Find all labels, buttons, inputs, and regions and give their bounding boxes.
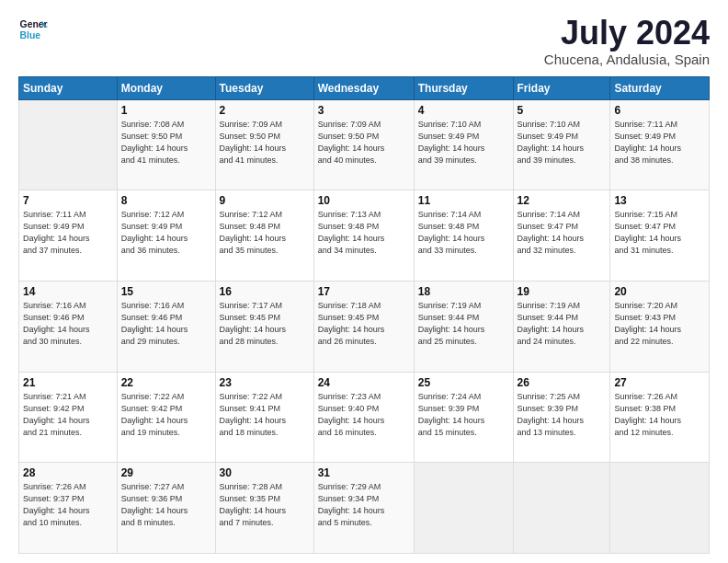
calendar-cell: 2Sunrise: 7:09 AM Sunset: 9:50 PM Daylig… [215, 99, 313, 190]
page: General Blue July 2024 Chucena, Andalusi… [0, 0, 728, 563]
day-number: 24 [318, 376, 410, 389]
day-info: Sunrise: 7:24 AM Sunset: 9:39 PM Dayligh… [418, 391, 509, 439]
title-section: July 2024 Chucena, Andalusia, Spain [544, 15, 710, 67]
calendar-cell: 6Sunrise: 7:11 AM Sunset: 9:49 PM Daylig… [610, 99, 710, 190]
logo-icon: General Blue [18, 15, 48, 44]
day-number: 13 [614, 194, 705, 207]
day-number: 9 [220, 194, 310, 207]
calendar-cell: 11Sunrise: 7:14 AM Sunset: 9:48 PM Dayli… [414, 190, 513, 282]
day-number: 10 [318, 194, 410, 207]
calendar-cell: 4Sunrise: 7:10 AM Sunset: 9:49 PM Daylig… [414, 99, 513, 190]
day-info: Sunrise: 7:14 AM Sunset: 9:47 PM Dayligh… [518, 209, 607, 257]
week-row-5: 28Sunrise: 7:26 AM Sunset: 9:37 PM Dayli… [19, 463, 710, 554]
calendar-cell: 22Sunrise: 7:22 AM Sunset: 9:42 PM Dayli… [117, 372, 215, 463]
calendar-cell [414, 463, 513, 554]
calendar-cell: 3Sunrise: 7:09 AM Sunset: 9:50 PM Daylig… [313, 99, 414, 190]
day-info: Sunrise: 7:16 AM Sunset: 9:46 PM Dayligh… [23, 300, 113, 348]
day-info: Sunrise: 7:08 AM Sunset: 9:50 PM Dayligh… [121, 119, 211, 167]
day-number: 7 [23, 194, 113, 207]
day-number: 23 [220, 376, 310, 389]
calendar-cell: 14Sunrise: 7:16 AM Sunset: 9:46 PM Dayli… [19, 281, 118, 372]
day-info: Sunrise: 7:09 AM Sunset: 9:50 PM Dayligh… [220, 119, 310, 167]
logo: General Blue [18, 15, 48, 44]
day-info: Sunrise: 7:28 AM Sunset: 9:35 PM Dayligh… [220, 481, 310, 529]
calendar-cell: 8Sunrise: 7:12 AM Sunset: 9:49 PM Daylig… [117, 190, 215, 282]
day-number: 31 [318, 466, 410, 479]
day-number: 18 [418, 285, 509, 298]
calendar-cell: 1Sunrise: 7:08 AM Sunset: 9:50 PM Daylig… [117, 99, 215, 190]
day-info: Sunrise: 7:18 AM Sunset: 9:45 PM Dayligh… [318, 300, 410, 348]
day-info: Sunrise: 7:17 AM Sunset: 9:45 PM Dayligh… [220, 300, 310, 348]
day-info: Sunrise: 7:10 AM Sunset: 9:49 PM Dayligh… [418, 119, 509, 167]
day-number: 4 [418, 104, 509, 117]
day-info: Sunrise: 7:11 AM Sunset: 9:49 PM Dayligh… [614, 119, 705, 167]
calendar-cell: 16Sunrise: 7:17 AM Sunset: 9:45 PM Dayli… [215, 281, 313, 372]
day-number: 26 [518, 376, 607, 389]
calendar-cell: 9Sunrise: 7:12 AM Sunset: 9:48 PM Daylig… [215, 190, 313, 282]
day-number: 30 [220, 466, 310, 479]
day-info: Sunrise: 7:21 AM Sunset: 9:42 PM Dayligh… [23, 391, 113, 439]
calendar-cell [610, 463, 710, 554]
calendar-cell: 13Sunrise: 7:15 AM Sunset: 9:47 PM Dayli… [610, 190, 710, 282]
calendar-cell [19, 99, 118, 190]
week-row-4: 21Sunrise: 7:21 AM Sunset: 9:42 PM Dayli… [19, 372, 710, 463]
day-info: Sunrise: 7:19 AM Sunset: 9:44 PM Dayligh… [518, 300, 607, 348]
calendar-cell: 21Sunrise: 7:21 AM Sunset: 9:42 PM Dayli… [19, 372, 118, 463]
day-info: Sunrise: 7:22 AM Sunset: 9:42 PM Dayligh… [121, 391, 211, 439]
calendar-cell: 18Sunrise: 7:19 AM Sunset: 9:44 PM Dayli… [414, 281, 513, 372]
day-info: Sunrise: 7:16 AM Sunset: 9:46 PM Dayligh… [121, 300, 211, 348]
calendar-cell: 26Sunrise: 7:25 AM Sunset: 9:39 PM Dayli… [513, 372, 610, 463]
day-number: 3 [318, 104, 410, 117]
day-number: 14 [23, 285, 113, 298]
calendar-cell: 10Sunrise: 7:13 AM Sunset: 9:48 PM Dayli… [313, 190, 414, 282]
header-thursday: Thursday [414, 76, 513, 99]
header-wednesday: Wednesday [313, 76, 414, 99]
day-number: 11 [418, 194, 509, 207]
day-number: 25 [418, 376, 509, 389]
day-number: 2 [220, 104, 310, 117]
main-title: July 2024 [544, 15, 710, 52]
day-info: Sunrise: 7:29 AM Sunset: 9:34 PM Dayligh… [318, 481, 410, 529]
header-sunday: Sunday [19, 76, 118, 99]
day-info: Sunrise: 7:11 AM Sunset: 9:49 PM Dayligh… [23, 209, 113, 257]
calendar-cell: 20Sunrise: 7:20 AM Sunset: 9:43 PM Dayli… [610, 281, 710, 372]
calendar-cell: 31Sunrise: 7:29 AM Sunset: 9:34 PM Dayli… [313, 463, 414, 554]
calendar-cell: 5Sunrise: 7:10 AM Sunset: 9:49 PM Daylig… [513, 99, 610, 190]
day-number: 27 [614, 376, 705, 389]
day-info: Sunrise: 7:09 AM Sunset: 9:50 PM Dayligh… [318, 119, 410, 167]
day-info: Sunrise: 7:26 AM Sunset: 9:38 PM Dayligh… [614, 391, 705, 439]
day-info: Sunrise: 7:14 AM Sunset: 9:48 PM Dayligh… [418, 209, 509, 257]
calendar-cell [513, 463, 610, 554]
day-number: 22 [121, 376, 211, 389]
day-info: Sunrise: 7:15 AM Sunset: 9:47 PM Dayligh… [614, 209, 705, 257]
day-number: 6 [614, 104, 705, 117]
calendar-cell: 7Sunrise: 7:11 AM Sunset: 9:49 PM Daylig… [19, 190, 118, 282]
day-info: Sunrise: 7:26 AM Sunset: 9:37 PM Dayligh… [23, 481, 113, 529]
day-number: 8 [121, 194, 211, 207]
calendar-table: Sunday Monday Tuesday Wednesday Thursday… [18, 76, 710, 554]
calendar-cell: 12Sunrise: 7:14 AM Sunset: 9:47 PM Dayli… [513, 190, 610, 282]
calendar-cell: 15Sunrise: 7:16 AM Sunset: 9:46 PM Dayli… [117, 281, 215, 372]
calendar-header-row: Sunday Monday Tuesday Wednesday Thursday… [19, 76, 710, 99]
header-friday: Friday [513, 76, 610, 99]
day-info: Sunrise: 7:10 AM Sunset: 9:49 PM Dayligh… [518, 119, 607, 167]
day-number: 5 [518, 104, 607, 117]
day-info: Sunrise: 7:25 AM Sunset: 9:39 PM Dayligh… [518, 391, 607, 439]
day-info: Sunrise: 7:27 AM Sunset: 9:36 PM Dayligh… [121, 481, 211, 529]
day-info: Sunrise: 7:19 AM Sunset: 9:44 PM Dayligh… [418, 300, 509, 348]
day-number: 17 [318, 285, 410, 298]
subtitle: Chucena, Andalusia, Spain [544, 52, 710, 67]
day-number: 12 [518, 194, 607, 207]
day-number: 20 [614, 285, 705, 298]
calendar-cell: 29Sunrise: 7:27 AM Sunset: 9:36 PM Dayli… [117, 463, 215, 554]
day-number: 19 [518, 285, 607, 298]
week-row-1: 1Sunrise: 7:08 AM Sunset: 9:50 PM Daylig… [19, 99, 710, 190]
calendar-cell: 27Sunrise: 7:26 AM Sunset: 9:38 PM Dayli… [610, 372, 710, 463]
calendar-cell: 28Sunrise: 7:26 AM Sunset: 9:37 PM Dayli… [19, 463, 118, 554]
calendar-cell: 23Sunrise: 7:22 AM Sunset: 9:41 PM Dayli… [215, 372, 313, 463]
header-saturday: Saturday [610, 76, 710, 99]
calendar-cell: 19Sunrise: 7:19 AM Sunset: 9:44 PM Dayli… [513, 281, 610, 372]
day-number: 16 [220, 285, 310, 298]
day-info: Sunrise: 7:12 AM Sunset: 9:49 PM Dayligh… [121, 209, 211, 257]
header: General Blue July 2024 Chucena, Andalusi… [18, 15, 710, 67]
